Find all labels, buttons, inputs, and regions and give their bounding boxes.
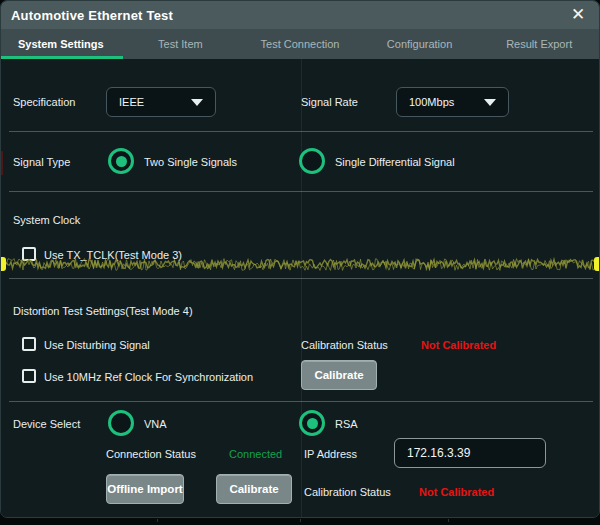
close-icon[interactable]: ✕ bbox=[565, 4, 591, 26]
connection-status-value: Connected bbox=[229, 448, 282, 460]
tab-configuration[interactable]: Configuration bbox=[360, 29, 480, 59]
chevron-down-icon bbox=[191, 99, 203, 106]
oscilloscope-screen: Automotive Ethernet Test ✕ System Settin… bbox=[0, 0, 600, 525]
tab-system-settings[interactable]: System Settings bbox=[1, 29, 121, 59]
radio-vna[interactable] bbox=[108, 410, 134, 436]
channel-marker-left bbox=[1, 257, 6, 271]
signal-rate-dropdown[interactable]: 100Mbps bbox=[396, 87, 509, 117]
radio-rsa[interactable] bbox=[299, 410, 325, 436]
connection-status-label: Connection Status bbox=[106, 448, 196, 460]
ip-address-value: 172.16.3.39 bbox=[407, 446, 470, 460]
use-disturbing-signal-label: Use Disturbing Signal bbox=[44, 339, 150, 351]
graticule-tick bbox=[157, 519, 158, 522]
specification-dropdown[interactable]: IEEE bbox=[106, 87, 216, 117]
chevron-down-icon bbox=[484, 99, 496, 106]
section-divider bbox=[9, 278, 593, 279]
distortion-title: Distortion Test Settings(Test Mode 4) bbox=[13, 305, 193, 317]
distortion-calibration-status-label: Calibration Status bbox=[301, 339, 388, 351]
active-tab-underline bbox=[1, 56, 123, 59]
dialog-titlebar[interactable]: Automotive Ethernet Test ✕ bbox=[1, 1, 599, 29]
single-differential-signal-label: Single Differential Signal bbox=[335, 156, 455, 168]
radio-dot bbox=[307, 156, 318, 167]
use-10mhz-ref-clock-label: Use 10MHz Ref Clock For Synchronization bbox=[44, 371, 253, 383]
graticule-tick bbox=[448, 519, 449, 522]
device-calibration-status-value: Not Calibrated bbox=[419, 486, 494, 498]
section-divider bbox=[9, 401, 593, 402]
radio-dot bbox=[307, 418, 318, 429]
section-divider bbox=[9, 191, 593, 192]
tab-test-connection[interactable]: Test Connection bbox=[240, 29, 360, 59]
dialog-title: Automotive Ethernet Test bbox=[1, 8, 173, 23]
ip-address-label: IP Address bbox=[304, 448, 357, 460]
system-clock-title: System Clock bbox=[13, 214, 80, 226]
distortion-calibration-status-value: Not Calibrated bbox=[421, 339, 496, 351]
vna-label: VNA bbox=[144, 418, 167, 430]
radio-dot bbox=[116, 156, 127, 167]
use-disturbing-signal-checkbox[interactable] bbox=[22, 337, 36, 351]
specification-label: Specification bbox=[13, 96, 75, 108]
radio-single-differential-signal[interactable] bbox=[299, 148, 325, 174]
noise-waveform-trace bbox=[1, 252, 600, 276]
radio-two-single-signals[interactable] bbox=[108, 148, 134, 174]
device-calibrate-button[interactable]: Calibrate bbox=[216, 474, 292, 504]
signal-rate-label: Signal Rate bbox=[301, 96, 358, 108]
ip-address-input[interactable]: 172.16.3.39 bbox=[394, 438, 546, 468]
specification-value: IEEE bbox=[119, 96, 144, 108]
trigger-level-mark bbox=[1, 151, 3, 175]
use-10mhz-ref-clock-checkbox[interactable] bbox=[22, 369, 36, 383]
device-calibration-status-label: Calibration Status bbox=[304, 486, 391, 498]
radio-dot bbox=[116, 418, 127, 429]
section-divider bbox=[9, 131, 593, 132]
offline-import-button[interactable]: Offline Import bbox=[106, 474, 184, 504]
signal-rate-value: 100Mbps bbox=[409, 96, 454, 108]
distortion-calibrate-button[interactable]: Calibrate bbox=[301, 360, 377, 390]
device-select-label: Device Select bbox=[13, 418, 80, 430]
two-single-signals-label: Two Single Signals bbox=[144, 156, 237, 168]
tab-test-item[interactable]: Test Item bbox=[121, 29, 241, 59]
graticule-tick bbox=[300, 519, 301, 522]
rsa-label: RSA bbox=[335, 418, 358, 430]
tab-result-export[interactable]: Result Export bbox=[479, 29, 599, 59]
channel-marker-right bbox=[594, 257, 599, 271]
automotive-ethernet-test-dialog: Automotive Ethernet Test ✕ System Settin… bbox=[0, 0, 600, 518]
tab-bar: System Settings Test Item Test Connectio… bbox=[1, 29, 599, 59]
graticule-centerline bbox=[301, 59, 302, 518]
signal-type-label: Signal Type bbox=[13, 156, 70, 168]
